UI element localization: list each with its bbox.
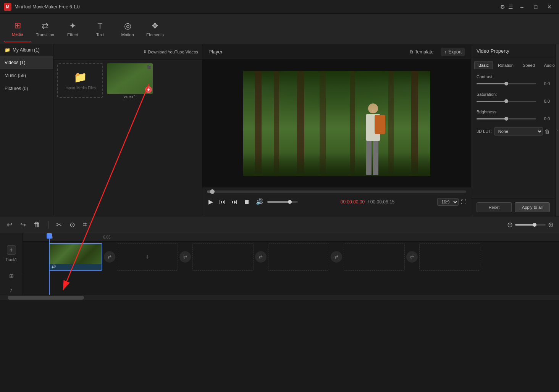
stop-button[interactable]: ⏹ [242,197,251,207]
camera-icon: 🎥 [147,65,151,69]
toolbar-item-elements[interactable]: ❖ Elements [141,16,169,42]
sidebar-item-videos[interactable]: Videos (1) [0,56,53,69]
close-button[interactable]: ✕ [544,3,555,11]
video-clip-1[interactable]: 🔊 [49,243,102,271]
scrollbar-thumb [8,296,84,300]
settings-icon[interactable]: ⚙ [500,4,505,10]
lut-select[interactable]: None [494,127,543,136]
playhead[interactable] [49,233,50,295]
reset-button[interactable]: Reset [477,202,512,212]
minimize-button[interactable]: – [516,3,528,11]
video-property-title: Video Property [471,44,555,58]
brightness-thumb [504,117,508,121]
template-button[interactable]: ⧉ Template [407,48,437,56]
album-icon: 📁 [5,47,10,53]
media-area: ⬇ Download YouTube Videos 📁 Import Media… [53,44,202,216]
toolbar-item-effect[interactable]: ✦ Effect [59,16,86,42]
timeline-scrollbar[interactable] [0,295,559,300]
contrast-row: Contrast: 0.0 [477,74,550,86]
contrast-control: 0.0 [477,81,550,86]
toolbar-label-effect: Effect [67,32,78,37]
tab-speed[interactable]: Speed [519,61,539,69]
video-display [202,60,471,187]
total-time: / 00:00:06.15 [368,199,394,205]
saturation-row: Saturation: 0.0 [477,92,550,103]
saturation-slider[interactable] [477,101,536,102]
redo-button[interactable]: ↪ [19,219,27,231]
add-to-timeline-button[interactable]: + [145,86,152,93]
zoom-in-button[interactable]: ⊕ [548,221,554,229]
timeline-ruler: 0s 6.65 [23,233,559,242]
toolbar-item-transition[interactable]: ⇄ Transition [31,16,59,42]
saturation-thumb [504,99,508,103]
crop-button[interactable]: ⌗ [81,219,88,230]
property-content: Contrast: 0.0 Saturation: 0. [471,69,555,198]
lut-row: 3D LUT: None 🗑 [477,127,550,136]
saturation-fill [477,101,506,102]
import-media-button[interactable]: 📁 Import Media Files [57,63,103,98]
toolbar-item-motion[interactable]: ◎ Motion [114,16,141,42]
collapse-icon: › [557,128,558,132]
timeline-slot-1[interactable]: ⬇ [117,243,178,271]
contrast-value: 0.0 [539,81,550,86]
cut-button[interactable]: ✂ [55,219,63,231]
sidebar-item-music[interactable]: Music (59) [0,69,53,82]
undo-button[interactable]: ↩ [5,219,14,231]
prev-frame-button[interactable]: ⏮ [218,197,227,207]
add-track-button[interactable]: + [7,245,16,255]
volume-control: 🔊 [254,197,298,207]
transition-slot-5[interactable]: ⇄ [406,251,418,263]
volume-slider[interactable] [267,201,298,203]
video-track-icon: ⊞ [9,273,14,279]
media-grid: 📁 Import Media Files 🎥 + video 1 [53,60,202,216]
tab-rotation[interactable]: Rotation [494,61,518,69]
zoom-slider[interactable] [515,224,546,226]
export-button[interactable]: ↑ Export [441,48,465,56]
controls-row: ▶ ⏮ ⏭ ⏹ 🔊 00:00:00.00 / 00:00:06.15 [207,197,466,207]
playhead-head [47,233,52,239]
player-title: Player [208,49,223,55]
media-sidebar: 📁 My Album (1) Videos (1) Music (59) Pic… [0,44,53,216]
delete-button[interactable]: 🗑 [32,219,42,230]
sidebar-item-pictures[interactable]: Pictures (0) [0,82,53,95]
brightness-slider[interactable] [477,118,536,119]
transition-slot-4[interactable]: ⇄ [331,251,342,263]
window-controls: – □ ✕ [516,3,555,11]
apply-all-button[interactable]: Apply to all [515,202,550,212]
player-header: Player ⧉ Template ↑ Export [202,44,471,60]
timeline-slot-4 [344,243,405,271]
transition-icon: ⇄ [42,21,48,31]
volume-icon[interactable]: 🔊 [254,197,265,207]
zoom-out-button[interactable]: ⊖ [507,221,513,229]
contrast-slider[interactable] [477,83,536,84]
play-button[interactable]: ▶ [207,197,215,207]
lut-control: 3D LUT: None 🗑 [477,127,550,136]
maximize-button[interactable]: □ [530,3,541,11]
media-item-video1[interactable]: 🎥 + video 1 [107,63,153,98]
tab-basic[interactable]: Basic [474,61,493,69]
timeline-area: + Track1 ⊞ ♪ 0s 6.65 [0,233,559,295]
progress-bar[interactable] [207,190,466,193]
fullscreen-button[interactable]: ⛶ [461,199,466,205]
volume-thumb [288,200,292,204]
app-title: MiniTool MovieMaker Free 6.1.0 [15,4,80,10]
menu-icon[interactable]: ☰ [508,4,513,10]
collapse-handle[interactable]: › [555,44,559,216]
lut-select-wrap: None 🗑 [494,127,550,136]
transition-slot-1[interactable]: ⇄ [104,251,115,263]
timeline-toolbar: ↩ ↪ 🗑 ✂ ⊙ ⌗ ⊖ ⊕ [0,216,559,233]
elements-icon: ❖ [151,21,159,31]
download-youtube-button[interactable]: ⬇ Download YouTube Videos [143,49,199,54]
import-label: Import Media Files [65,86,96,90]
transition-slot-3[interactable]: ⇄ [255,251,267,263]
saturation-label: Saturation: [477,92,550,97]
track-labels: + Track1 ⊞ ♪ [0,233,23,295]
lut-delete-button[interactable]: 🗑 [544,128,550,134]
aspect-ratio-select[interactable]: 16:9 9:16 4:3 1:1 [437,198,459,206]
toolbar-item-text[interactable]: T Text [86,16,114,42]
transition-slot-2[interactable]: ⇄ [179,251,191,263]
property-actions: Reset Apply to all [471,198,555,216]
rotate-button[interactable]: ⊙ [68,219,77,231]
toolbar-item-media[interactable]: ⊞ Media [4,16,31,42]
next-frame-button[interactable]: ⏭ [230,197,239,207]
